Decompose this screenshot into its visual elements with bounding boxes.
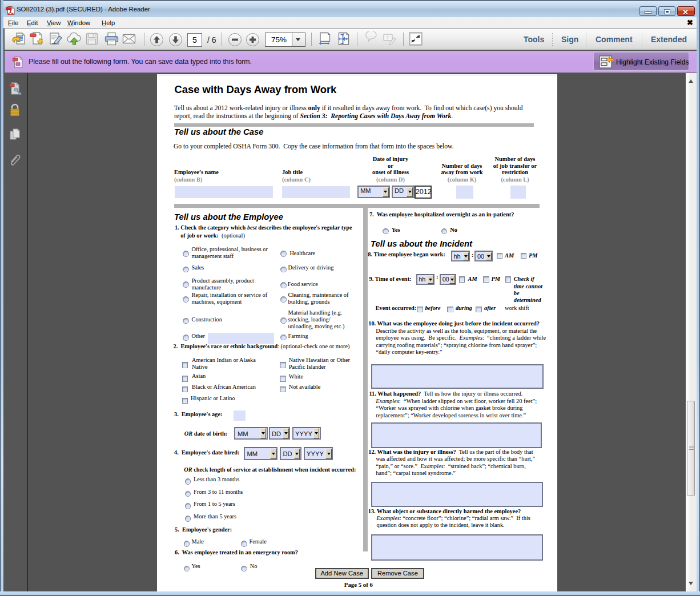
svg-text:T: T: [386, 35, 389, 41]
